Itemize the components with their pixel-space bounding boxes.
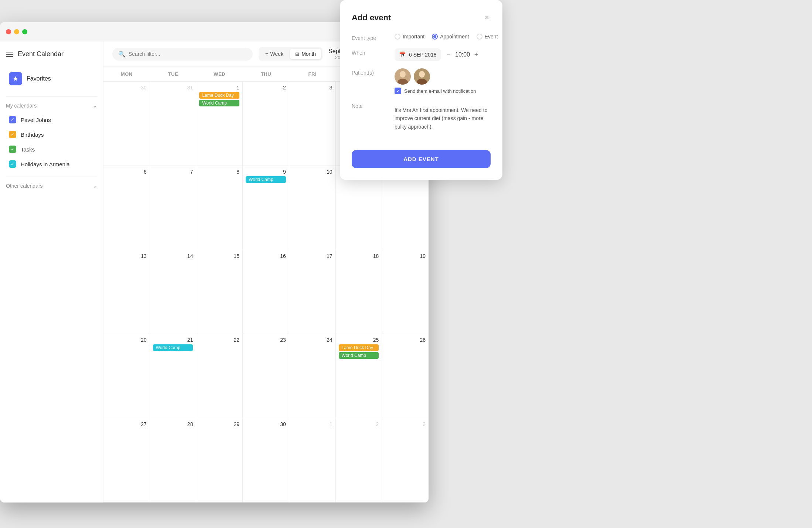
search-input[interactable] [129, 51, 247, 57]
day-cell[interactable]: 31 [150, 82, 197, 166]
day-number: 15 [199, 253, 239, 259]
maximize-window-button[interactable] [22, 29, 27, 34]
event-type-options: Important Appointment Event [395, 34, 498, 40]
day-cell[interactable]: 7 [150, 166, 197, 250]
week-row-3: 2021World Camp22232425Lame Duck DayWorld… [103, 334, 429, 418]
day-number: 29 [199, 421, 239, 427]
day-cell[interactable]: 15 [196, 250, 243, 334]
event-chip[interactable]: World Camp [246, 176, 286, 183]
day-cell[interactable]: 17 [289, 250, 336, 334]
day-number: 24 [292, 337, 332, 343]
day-cell[interactable]: 13 [103, 250, 150, 334]
sidebar-item-birthdays[interactable]: ✓ Birthdays [6, 128, 97, 141]
month-tab-label: Month [301, 51, 316, 57]
day-header-thu: THU [243, 67, 289, 81]
date-field[interactable]: 📅 6 SEP 2018 [395, 48, 441, 61]
day-cell[interactable]: 29 [196, 418, 243, 502]
add-event-button[interactable]: ADD EVENT [352, 150, 491, 168]
day-cell[interactable]: 14 [150, 250, 197, 334]
day-cell[interactable]: 6 [103, 166, 150, 250]
day-cell[interactable]: 16 [243, 250, 289, 334]
label-appointment: Appointment [440, 34, 469, 40]
day-cell[interactable]: 23 [243, 334, 289, 418]
day-number: 6 [106, 169, 147, 175]
event-chip[interactable]: World Camp [153, 344, 193, 351]
patients-list [395, 68, 491, 85]
event-type-important[interactable]: Important [395, 34, 424, 40]
day-cell[interactable]: 26 [382, 334, 429, 418]
day-number: 9 [246, 169, 286, 175]
modal-close-button[interactable]: × [483, 12, 491, 23]
day-cell[interactable]: 19 [382, 250, 429, 334]
event-chip[interactable]: Lame Duck Day [199, 92, 239, 99]
radio-important [395, 34, 400, 40]
day-cell[interactable]: 18 [336, 250, 382, 334]
sidebar-item-holidays[interactable]: ✓ Holidays in Armenia [6, 157, 97, 171]
chevron-down-icon[interactable]: ⌄ [93, 183, 97, 189]
time-decrease-button[interactable]: − [445, 51, 452, 59]
minimize-window-button[interactable] [14, 29, 19, 34]
day-number: 20 [106, 337, 147, 343]
day-cell[interactable]: 2 [336, 418, 382, 502]
day-cell[interactable]: 20 [103, 334, 150, 418]
favorites-label: Favorites [27, 75, 51, 82]
chevron-up-icon[interactable]: ⌄ [93, 103, 97, 109]
sidebar-item-pavel-johns[interactable]: ✓ Pavel Johns [6, 113, 97, 126]
day-number: 21 [153, 337, 193, 343]
day-cell[interactable]: 25Lame Duck DayWorld Camp [336, 334, 382, 418]
tab-week[interactable]: ≡ Week [260, 49, 289, 59]
other-calendars-header: Other calendars ⌄ [6, 183, 97, 189]
day-cell[interactable]: 30 [243, 418, 289, 502]
day-cell[interactable]: 22 [196, 334, 243, 418]
day-cell[interactable]: 1 [289, 418, 336, 502]
patient-avatar-2[interactable] [414, 68, 430, 85]
event-chip[interactable]: Lame Duck Day [339, 344, 379, 351]
day-cell[interactable]: 30 [103, 82, 150, 166]
tab-month[interactable]: ⊞ Month [290, 49, 321, 59]
day-cell[interactable]: 21World Camp [150, 334, 197, 418]
note-label: Note [352, 102, 389, 109]
week-grid-icon: ≡ [265, 51, 268, 57]
day-number: 25 [339, 337, 379, 343]
day-cell[interactable]: 3 [382, 418, 429, 502]
day-cell[interactable]: 28 [150, 418, 197, 502]
event-chip[interactable]: World Camp [199, 100, 239, 106]
day-number: 23 [246, 337, 286, 343]
day-cell[interactable]: 24 [289, 334, 336, 418]
day-number: 22 [199, 337, 239, 343]
event-chip[interactable]: World Camp [339, 352, 379, 359]
patient-avatar-1[interactable] [395, 68, 411, 85]
day-number: 14 [153, 253, 193, 259]
event-type-row: Event type Important Appointment Event [352, 34, 491, 41]
event-type-label: Event type [352, 34, 389, 41]
day-number: 13 [106, 253, 147, 259]
cal-checkbox-tasks: ✓ [9, 146, 16, 153]
my-calendars-title: My calendars [6, 103, 37, 109]
traffic-lights [6, 29, 27, 34]
when-value: 📅 6 SEP 2018 − 10:00 + [395, 48, 491, 61]
event-type-event[interactable]: Event [477, 34, 498, 40]
sidebar-item-favorites[interactable]: ★ Favorites [6, 68, 97, 89]
cal-checkbox-birthdays: ✓ [9, 131, 16, 138]
day-cell[interactable]: 9World Camp [243, 166, 289, 250]
day-number: 3 [385, 421, 426, 427]
event-type-appointment[interactable]: Appointment [432, 34, 469, 40]
day-number: 8 [199, 169, 239, 175]
sidebar-item-tasks[interactable]: ✓ Tasks [6, 143, 97, 156]
day-cell[interactable]: 8 [196, 166, 243, 250]
day-cell[interactable]: 10 [289, 166, 336, 250]
notification-label: Send them e-mail with notification [404, 88, 476, 94]
day-cell[interactable]: 2 [243, 82, 289, 166]
day-cell[interactable]: 1Lame Duck DayWorld Camp [196, 82, 243, 166]
notification-checkbox[interactable]: ✓ [395, 88, 401, 94]
day-number: 28 [153, 421, 193, 427]
search-icon: 🔍 [118, 51, 126, 58]
note-text: It's Mrs An first appointment. We need t… [395, 102, 491, 135]
close-window-button[interactable] [6, 29, 11, 34]
day-cell[interactable]: 3 [289, 82, 336, 166]
search-bar[interactable]: 🔍 [112, 48, 253, 61]
time-increase-button[interactable]: + [473, 51, 480, 59]
day-cell[interactable]: 27 [103, 418, 150, 502]
menu-icon[interactable] [6, 52, 13, 57]
modal-header: Add event × [352, 12, 491, 23]
